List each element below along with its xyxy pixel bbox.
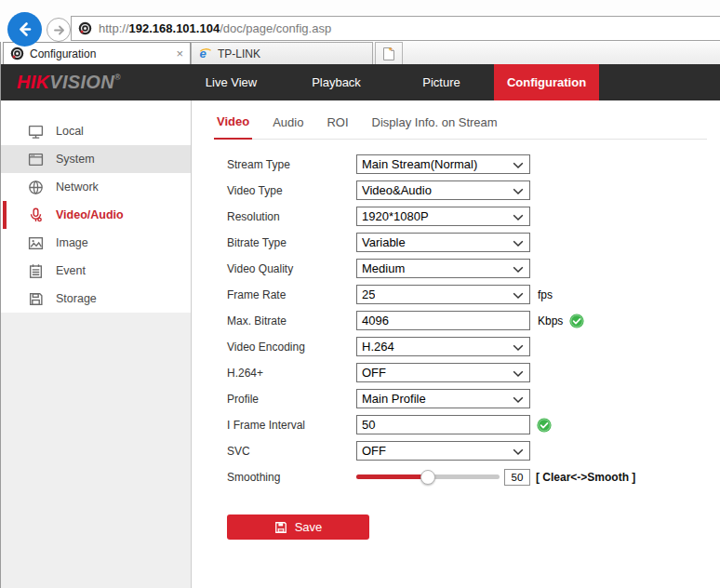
select-resolution[interactable]: 1920*1080P [356, 207, 530, 226]
browser-toolbar: http://192.168.101.104/doc/page/config.a… [0, 0, 720, 42]
sidebar-item-image[interactable]: Image [0, 229, 191, 257]
sidebar-item-label: Video/Audio [56, 208, 124, 221]
smoothing-value-box[interactable]: 50 [504, 469, 530, 486]
browser-tab-tp-link[interactable]: e TP-LINK [191, 42, 373, 64]
nav-item-live-view[interactable]: Live View [179, 64, 284, 100]
nav-item-playback[interactable]: Playback [284, 64, 389, 100]
sidebar-item-system[interactable]: System [0, 145, 191, 173]
address-bar[interactable]: http://192.168.101.104/doc/page/config.a… [71, 16, 720, 41]
form-row-profile: ProfileMain Profile [227, 389, 720, 408]
slider-handle[interactable] [420, 470, 435, 485]
page-body: LocalSystemNetworkVideo/AudioImageEventS… [0, 100, 720, 588]
select-value: OFF [362, 444, 386, 458]
url-text: http://192.168.101.104/doc/page/config.a… [99, 21, 331, 35]
nav-item-picture[interactable]: Picture [389, 64, 494, 100]
form-row-max-bitrate: Max. Bitrate4096Kbps [227, 311, 720, 330]
select-h-264[interactable]: OFF [356, 363, 530, 382]
browser-window: http://192.168.101.104/doc/page/config.a… [0, 0, 720, 588]
field-label: Bitrate Type [227, 236, 356, 249]
save-button-label: Save [295, 520, 323, 534]
field-label: Profile [227, 393, 356, 406]
chevron-down-icon [513, 240, 524, 247]
sidebar: LocalSystemNetworkVideo/AudioImageEventS… [0, 100, 192, 588]
field-label: H.264+ [227, 367, 356, 380]
tab-display-info-on-stream[interactable]: Display Info. on Stream [369, 115, 500, 139]
svg-text:*: * [389, 47, 393, 55]
sidebar-item-local[interactable]: Local [0, 117, 191, 145]
sidebar-menu: LocalSystemNetworkVideo/AudioImageEventS… [0, 100, 191, 313]
select-video-quality[interactable]: Medium [356, 259, 530, 278]
chevron-down-icon [513, 214, 524, 221]
nav-item-configuration[interactable]: Configuration [494, 64, 599, 100]
chevron-down-icon [513, 266, 524, 274]
form-row-h-264: H.264+OFF [227, 363, 720, 382]
form-row-i-frame-interval: I Frame Interval50 [227, 415, 720, 434]
back-button[interactable] [7, 12, 42, 47]
select-video-encoding[interactable]: H.264 [356, 337, 530, 356]
system-window-icon [28, 152, 44, 167]
monitor-icon [28, 124, 44, 140]
unit-label: Kbps [538, 314, 563, 327]
microphone-icon [28, 207, 44, 223]
field-label: Max. Bitrate [227, 314, 356, 327]
select-frame-rate[interactable]: 25 [356, 285, 530, 304]
forward-button[interactable] [47, 18, 71, 42]
field-label: Video Encoding [227, 341, 356, 354]
tab-roi[interactable]: ROI [324, 115, 351, 139]
form-row-bitrate-type: Bitrate TypeVariable [227, 233, 720, 252]
sidebar-item-label: Local [56, 125, 84, 138]
field-label: SVC [227, 445, 356, 458]
select-svc[interactable]: OFF [356, 441, 530, 461]
sidebar-item-storage[interactable]: Storage [0, 285, 191, 313]
smoothing-slider[interactable] [356, 474, 500, 479]
chevron-down-icon [513, 162, 524, 169]
form-row-smoothing: Smoothing50[ Clear<->Smooth ] [227, 467, 720, 487]
valid-check-icon [569, 314, 584, 328]
sidebar-item-label: Event [56, 264, 86, 277]
form-row-video-quality: Video QualityMedium [227, 259, 720, 278]
field-label: Stream Type [227, 158, 356, 171]
new-tab-button[interactable]: * [375, 42, 403, 64]
select-value: Video&Audio [362, 183, 432, 197]
browser-tab-bar: Configuration × e TP-LINK * [0, 42, 720, 64]
chevron-down-icon [513, 188, 524, 195]
select-stream-type[interactable]: Main Stream(Normal) [356, 154, 530, 174]
forward-arrow-icon [52, 23, 66, 37]
tab-video[interactable]: Video [214, 114, 252, 140]
select-video-type[interactable]: Video&Audio [356, 180, 530, 200]
app-header: HIKVISION® Live ViewPlaybackPictureConfi… [0, 64, 720, 100]
form-row-video-encoding: Video EncodingH.264 [227, 337, 720, 356]
sidebar-item-label: Image [56, 236, 88, 249]
video-settings-form: Stream TypeMain Stream(Normal)Video Type… [227, 154, 720, 487]
hikvision-logo: HIKVISION® [17, 64, 121, 100]
sidebar-item-label: Network [56, 180, 99, 194]
field-label: Video Quality [227, 262, 356, 275]
main-nav: Live ViewPlaybackPictureConfiguration [179, 64, 599, 100]
valid-check-icon [537, 418, 552, 433]
tab-title: TP-LINK [218, 47, 260, 60]
sidebar-item-video-audio[interactable]: Video/Audio [0, 201, 191, 229]
sidebar-item-event[interactable]: Event [0, 257, 191, 285]
input-max-bitrate[interactable]: 4096 [356, 311, 530, 330]
input-i-frame-interval[interactable]: 50 [356, 415, 530, 434]
form-row-stream-type: Stream TypeMain Stream(Normal) [227, 154, 720, 174]
select-value: Main Stream(Normal) [362, 157, 477, 171]
sidebar-item-network[interactable]: Network [0, 173, 191, 201]
form-row-resolution: Resolution1920*1080P [227, 207, 720, 226]
field-label: Video Type [227, 184, 356, 197]
event-icon [28, 263, 44, 279]
site-favicon-camera-icon [78, 21, 92, 35]
select-bitrate-type[interactable]: Variable [356, 233, 530, 252]
tab-close-icon[interactable]: × [176, 47, 183, 60]
select-profile[interactable]: Main Profile [356, 389, 530, 408]
content-tabs: VideoAudioROIDisplay Info. on Stream [214, 100, 707, 140]
chevron-down-icon [513, 448, 524, 456]
sidebar-item-label: Storage [56, 292, 97, 305]
image-icon [28, 235, 44, 251]
tab-favicon-camera-icon [10, 47, 24, 60]
select-value: OFF [362, 366, 386, 380]
unit-label: fps [538, 288, 553, 301]
tab-audio[interactable]: Audio [270, 115, 306, 139]
save-button[interactable]: Save [227, 514, 369, 540]
field-label: Frame Rate [227, 288, 356, 301]
